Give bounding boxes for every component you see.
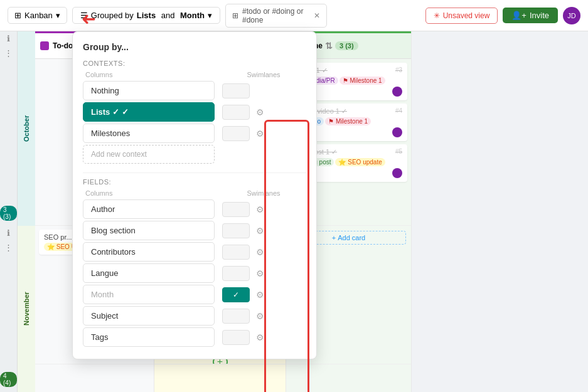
option-lists-button[interactable]: Lists ✓ — [83, 102, 215, 122]
contexts-label: Contexts: — [83, 60, 306, 67]
grouped-chevron: ▾ — [208, 11, 212, 20]
field-contributors-button[interactable]: Contributors — [83, 242, 215, 262]
columns-sublabel: Columns — [83, 71, 221, 78]
done-count: 3 (3) — [335, 41, 358, 50]
topbar: ⊞ Kanban ▾ ➜ ☰ Grouped by Lists and Mont… — [0, 0, 588, 31]
author-gear-button[interactable]: ⚙ — [252, 202, 267, 217]
milestones-gear-button[interactable]: ⚙ — [252, 126, 267, 141]
info-icon: ℹ — [7, 34, 10, 43]
november-count-badge: 4 (4) — [0, 372, 17, 387]
unsaved-label: Unsaved view — [443, 11, 490, 20]
grouped-bold1: Lists — [137, 11, 156, 20]
blog-section-gear-button[interactable]: ⚙ — [252, 223, 267, 238]
fields-label: Fields: — [83, 178, 306, 186]
option-row-nothing: Nothing — [83, 81, 306, 100]
column-swimlane-headers: Columns Swimlanes — [83, 71, 306, 78]
add-new-context-button[interactable]: Add new context — [83, 145, 215, 164]
author-swimlane-toggle[interactable] — [222, 202, 250, 217]
lists-gear-button[interactable]: ⚙ — [252, 105, 267, 120]
october-month-strip[interactable]: October — [18, 31, 35, 226]
november-label: November — [18, 226, 35, 392]
grouped-by-button[interactable]: ☰ Grouped by Lists and Month ▾ — [72, 7, 220, 24]
field-tags-button[interactable]: Tags — [83, 327, 215, 347]
field-row-tags: Tags ⚙ — [83, 327, 306, 347]
unsaved-view-button[interactable]: ✳ Unsaved view — [425, 8, 498, 24]
divider — [83, 172, 306, 173]
invite-button[interactable]: 👤+ Invite — [503, 8, 558, 23]
contributors-gear-button[interactable]: ⚙ — [252, 245, 267, 260]
nothing-swimlane-toggle[interactable] — [222, 83, 250, 98]
november-month-strip[interactable]: November — [18, 226, 35, 392]
card-avatar — [392, 127, 402, 137]
card-number: #4 — [395, 107, 402, 114]
fields-swimlanes-sublabel: Swimlanes — [221, 189, 306, 197]
kanban-grid-icon: ⊞ — [14, 11, 21, 20]
option-nothing-button[interactable]: Nothing — [83, 81, 215, 100]
grouped-bold2: Month — [180, 11, 205, 20]
october-icon-strip: ℹ ⋮ 3 (3) — [0, 31, 18, 226]
card-number: #3 — [395, 66, 402, 73]
filter-bar[interactable]: ⊞ #todo or #doing or #done ✕ — [225, 4, 327, 28]
person-plus-icon: 👤+ — [511, 11, 527, 20]
november-section: ℹ ⋮ 4 (4) November — [0, 226, 35, 392]
grouped-prefix: Grouped by — [91, 11, 134, 20]
month-swimlane-toggle[interactable] — [222, 287, 250, 302]
field-blog-section-button[interactable]: Blog section — [83, 221, 215, 240]
info-icon2: ℹ — [7, 228, 10, 238]
milestones-swimlane-toggle[interactable] — [222, 126, 250, 141]
add-card-label: Add card — [338, 234, 365, 241]
field-subject-button[interactable]: Subject — [83, 306, 215, 326]
fields-columns-sublabel: Columns — [83, 189, 221, 197]
field-langue-button[interactable]: Langue — [83, 263, 215, 283]
swimlanes-sublabel: Swimlanes — [221, 71, 306, 78]
filter-icon: ⊞ — [232, 11, 238, 20]
group-by-dropdown: Group by... Contexts: Columns Swimlanes … — [72, 31, 317, 359]
user-avatar[interactable]: JD — [563, 7, 580, 24]
langue-gear-button[interactable]: ⚙ — [252, 266, 267, 281]
field-author-button[interactable]: Author — [83, 199, 215, 219]
october-section: ℹ ⋮ 3 (3) October — [0, 31, 35, 226]
todo-title: To-do — [53, 41, 73, 50]
field-row-month: Month ⚙ — [83, 285, 306, 304]
invite-label: Invite — [530, 11, 549, 20]
card-avatar — [392, 87, 402, 97]
langue-swimlane-toggle[interactable] — [222, 266, 250, 281]
october-count-badge: 3 (3) — [0, 206, 17, 221]
field-column-swimlane-headers: Columns Swimlanes — [83, 189, 306, 197]
october-label: October — [18, 31, 35, 226]
tags-swimlane-toggle[interactable] — [222, 330, 250, 345]
kanban-button[interactable]: ⊞ Kanban ▾ — [8, 7, 67, 24]
tag-seo: ⭐ SEO update — [335, 158, 385, 166]
contributors-swimlane-toggle[interactable] — [222, 245, 250, 260]
lists-swimlane-toggle[interactable] — [222, 105, 250, 120]
left-strips: ℹ ⋮ 3 (3) October ℹ ⋮ 4 (4) November — [0, 31, 35, 392]
dropdown-title: Group by... — [83, 42, 306, 52]
option-row-milestones: Milestones ⚙ — [83, 124, 306, 143]
tags-gear-button[interactable]: ⚙ — [252, 330, 267, 345]
dots-icon2: ⋮ — [4, 243, 13, 252]
card-number: #5 — [395, 148, 402, 155]
dots-icon: ⋮ — [4, 48, 13, 58]
asterisk-icon: ✳ — [434, 11, 440, 20]
option-row-lists: Lists ✓ ⚙ — [83, 102, 306, 122]
kanban-dropdown-icon: ▾ — [56, 11, 60, 20]
field-row-blog-section: Blog section ⚙ — [83, 221, 306, 240]
kanban-label: Kanban — [24, 11, 53, 20]
group-icon: ☰ — [80, 11, 88, 20]
card-avatar — [392, 168, 402, 178]
plus-icon: + — [332, 234, 336, 241]
field-month-button[interactable]: Month — [83, 285, 215, 304]
option-milestones-button[interactable]: Milestones — [83, 124, 215, 143]
todo-color-indicator — [40, 41, 49, 50]
field-row-author: Author ⚙ — [83, 199, 306, 219]
tag-milestone: ⚑ Milestone 1 — [325, 117, 371, 125]
tag-milestone: ⚑ Milestone 1 — [339, 77, 385, 85]
field-row-subject: Subject ⚙ — [83, 306, 306, 326]
filter-clear-button[interactable]: ✕ — [314, 11, 320, 20]
filter-text: #todo or #doing or #done — [242, 7, 310, 24]
month-gear-button[interactable]: ⚙ — [252, 287, 267, 302]
subject-gear-button[interactable]: ⚙ — [252, 309, 267, 324]
blog-section-swimlane-toggle[interactable] — [222, 223, 250, 238]
done-sort-icon[interactable]: ⇅ — [325, 41, 333, 51]
subject-swimlane-toggle[interactable] — [222, 309, 250, 324]
